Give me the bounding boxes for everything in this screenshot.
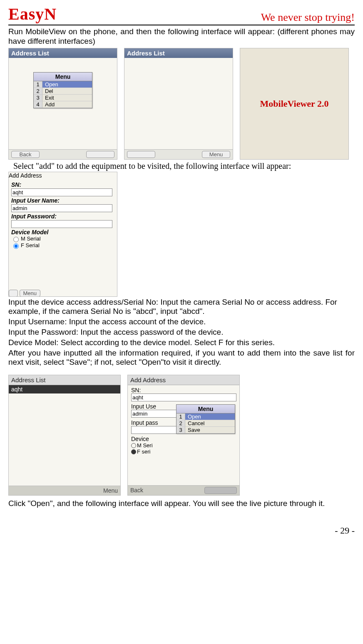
back-softkey-b[interactable]: Back [130, 487, 143, 494]
menu-item-del[interactable]: 2 Del [34, 88, 92, 95]
radio-m-label: M Serial [21, 236, 41, 242]
sn-input-b[interactable] [131, 393, 236, 401]
blank-softkey [11, 487, 13, 494]
sn-label: SN: [11, 181, 114, 188]
softkey-bar: Back [9, 149, 117, 159]
titlebar: Address List [124, 48, 233, 58]
screenshot-body: Menu 1 Open 2 Del 3 Exit 4 Add [9, 58, 117, 149]
screenshot-address-list-empty: Address List Menu [124, 48, 233, 160]
softkey-bar: Menu [124, 149, 233, 159]
instruction-4: Device Model: Select according to the de… [8, 338, 355, 348]
menu-title-b: Menu [177, 405, 235, 413]
radio-f-serial[interactable]: F Serial [11, 242, 114, 249]
titlebar: Address List [9, 375, 120, 385]
softkey-bar: Menu [9, 290, 117, 296]
radio-f-label: F Serial [21, 242, 40, 248]
menu-title: Menu [34, 73, 92, 81]
blank-softkey [9, 290, 18, 297]
instruction-1: Input the device access address/Serial N… [8, 298, 355, 317]
page-number: - 29 - [8, 525, 355, 536]
blank-softkey [127, 151, 155, 158]
instruction-5: After you have inputted all the informat… [8, 348, 355, 368]
radio-m-b[interactable]: M Seri [131, 442, 236, 449]
empty-area [9, 393, 120, 486]
radio-m-input[interactable] [13, 237, 19, 242]
screenshot-add-address: Add Address SN: Input User Name: Input P… [8, 172, 117, 297]
menu-item-open[interactable]: 1 Open [34, 81, 92, 88]
model-label-b: Device [131, 436, 236, 442]
softkey-bar: Menu [9, 486, 120, 495]
instruction-3: Input the Password: Input the access pas… [8, 328, 355, 337]
user-input[interactable] [11, 204, 112, 212]
sn-label-b: SN: [131, 387, 236, 393]
blank-softkey-b [204, 487, 237, 494]
instruction-2: Input Username: Input the access account… [8, 317, 355, 327]
menu-popup-b: Menu 1 Open 2 Cancel 3 Save [176, 404, 235, 434]
menu-popup: Menu 1 Open 2 Del 3 Exit 4 Add [33, 72, 92, 108]
screenshot-address-list-item: Address List aqht Menu [8, 375, 121, 496]
radio-f-label-b: F seri [137, 449, 151, 455]
pass-label: Input Password: [11, 213, 114, 220]
menu-item-cancel-b[interactable]: 2 Cancel [177, 420, 235, 427]
softkey-bar-b: Back [128, 485, 239, 495]
click-open-text: Click "Open", and the following interfac… [8, 499, 355, 509]
model-label: Device Model [11, 229, 114, 236]
blank-softkey [86, 151, 114, 158]
screenshot-body [124, 58, 233, 149]
radio-filled-circle-icon [131, 449, 136, 454]
titlebar: Add Address [128, 375, 239, 385]
radio-f-b[interactable]: F seri [131, 449, 236, 455]
page-header: EasyN We never stop trying! [8, 4, 355, 25]
screenshot-splash: MobileViewer 2.0 [240, 48, 349, 160]
screenshot-row-2: Address List aqht Menu Add Address SN: I… [8, 373, 355, 497]
pass-input[interactable] [11, 220, 112, 228]
sn-input[interactable] [11, 188, 112, 196]
radio-circle-icon [131, 443, 136, 448]
titlebar: Add Address [9, 172, 117, 179]
screenshot-address-list-menu: Address List Menu 1 Open 2 Del 3 Exit 4 [8, 48, 117, 160]
user-label: Input User Name: [11, 197, 114, 204]
list-item-aqht[interactable]: aqht [9, 385, 120, 393]
tagline: We never stop trying! [261, 11, 355, 24]
menu-softkey[interactable]: Menu [20, 290, 41, 297]
radio-f-input[interactable] [13, 243, 19, 249]
logo: EasyN [8, 4, 57, 24]
add-body-b: SN: Input Use Input pass Device M Seri F… [128, 385, 239, 485]
menu-softkey[interactable]: Menu [202, 151, 230, 158]
screenshot-row-1: Address List Menu 1 Open 2 Del 3 Exit 4 [8, 48, 355, 160]
menu-item-exit[interactable]: 3 Exit [34, 95, 92, 101]
back-softkey[interactable]: Back [11, 151, 40, 158]
splash-text: MobileViewer 2.0 [260, 98, 329, 109]
menu-softkey[interactable]: Menu [103, 487, 118, 494]
titlebar: Address List [9, 48, 117, 58]
screenshot-add-address-menu: Add Address SN: Input Use Input pass Dev… [127, 375, 240, 496]
add-body: SN: Input User Name: Input Password: Dev… [9, 179, 117, 290]
menu-item-save-b[interactable]: 3 Save [177, 427, 235, 434]
radio-m-label-b: M Seri [137, 442, 153, 449]
menu-item-add[interactable]: 4 Add [34, 101, 92, 108]
intro-text: Run MobileView on the phone, and then th… [8, 27, 355, 46]
menu-item-open-b[interactable]: 1 Open [177, 413, 235, 420]
select-add-text: Select "add" to add the equipment to be … [13, 161, 355, 171]
radio-m-serial[interactable]: M Serial [11, 236, 114, 242]
